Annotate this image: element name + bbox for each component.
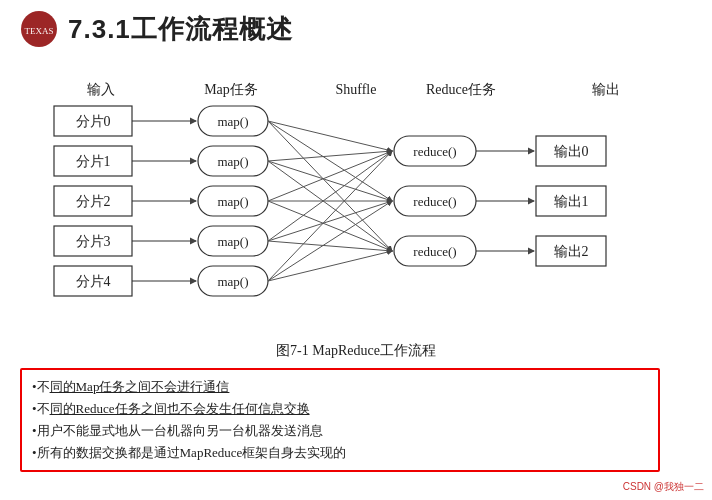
svg-text:分片1: 分片1 (76, 154, 111, 169)
svg-line-44 (268, 151, 392, 281)
svg-line-36 (268, 161, 392, 201)
svg-text:map(): map() (217, 154, 248, 169)
svg-text:分片3: 分片3 (76, 234, 111, 249)
svg-line-33 (268, 121, 392, 201)
svg-text:输出0: 输出0 (554, 144, 589, 159)
page: TEXAS 7.3.1工作流程概述 输入 Map任务 Shuffle Reduc… (0, 0, 712, 500)
svg-line-43 (268, 241, 392, 251)
svg-text:map(): map() (217, 194, 248, 209)
diagram-caption: 图7-1 MapReduce工作流程 (276, 342, 436, 360)
note-2: •不同的Reduce任务之间也不会发生任何信息交换 (32, 398, 648, 420)
svg-line-37 (268, 161, 392, 251)
svg-text:输入: 输入 (87, 82, 115, 97)
header: TEXAS 7.3.1工作流程概述 (20, 10, 692, 48)
svg-text:分片2: 分片2 (76, 194, 111, 209)
watermark: CSDN @我独一二 (623, 480, 704, 494)
svg-line-34 (268, 121, 392, 251)
svg-text:分片4: 分片4 (76, 274, 111, 289)
svg-line-32 (268, 121, 392, 151)
notes-box: •不同的Map任务之间不会进行通信 •不同的Reduce任务之间也不会发生任何信… (20, 368, 660, 472)
svg-text:reduce(): reduce() (413, 144, 456, 159)
svg-text:Reduce任务: Reduce任务 (426, 82, 496, 97)
svg-line-38 (268, 151, 392, 201)
svg-text:Shuffle: Shuffle (336, 82, 377, 97)
diagram-area: 输入 Map任务 Shuffle Reduce任务 输出 分片0 分片1 分片2 (20, 58, 692, 360)
svg-line-42 (268, 201, 392, 241)
svg-text:输出2: 输出2 (554, 244, 589, 259)
note-3: •用户不能显式地从一台机器向另一台机器发送消息 (32, 420, 648, 442)
svg-text:输出: 输出 (592, 82, 620, 97)
svg-text:Map任务: Map任务 (204, 82, 258, 97)
page-title: 7.3.1工作流程概述 (68, 12, 293, 47)
svg-text:reduce(): reduce() (413, 194, 456, 209)
svg-text:分片0: 分片0 (76, 114, 111, 129)
note-1: •不同的Map任务之间不会进行通信 (32, 376, 648, 398)
svg-line-46 (268, 251, 392, 281)
flow-diagram: 输入 Map任务 Shuffle Reduce任务 输出 分片0 分片1 分片2 (46, 80, 666, 335)
svg-text:TEXAS: TEXAS (25, 26, 54, 36)
svg-text:map(): map() (217, 234, 248, 249)
logo-icon: TEXAS (20, 10, 58, 48)
svg-text:reduce(): reduce() (413, 244, 456, 259)
svg-line-40 (268, 201, 392, 251)
svg-line-41 (268, 151, 392, 241)
svg-text:map(): map() (217, 114, 248, 129)
svg-text:输出1: 输出1 (554, 194, 589, 209)
diagram-container: 输入 Map任务 Shuffle Reduce任务 输出 分片0 分片1 分片2 (46, 58, 666, 338)
svg-line-35 (268, 151, 392, 161)
svg-line-45 (268, 201, 392, 281)
note-4: •所有的数据交换都是通过MapReduce框架自身去实现的 (32, 442, 648, 464)
svg-text:map(): map() (217, 274, 248, 289)
